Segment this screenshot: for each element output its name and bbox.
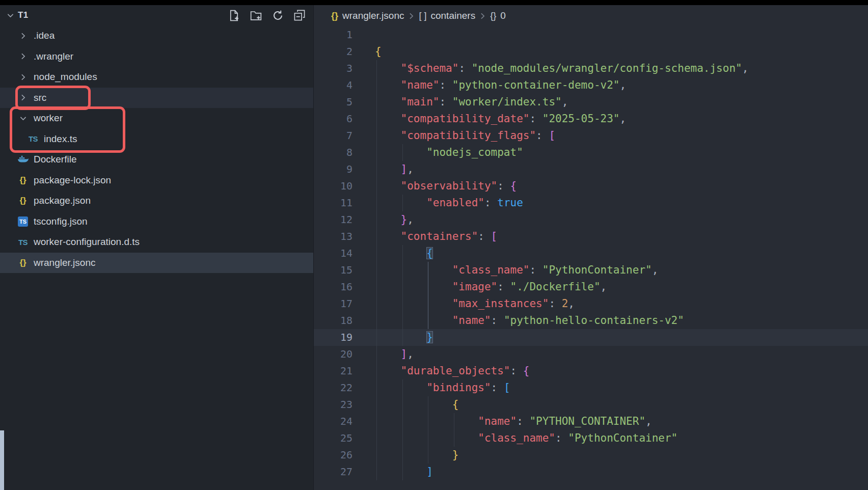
code-line-5[interactable]: 5 "main": "worker/index.ts", [314,94,868,111]
code-line-10[interactable]: 10 "observability": { [314,178,868,195]
tree-item-package.json[interactable]: {}package.json [0,190,313,211]
indent-guide [402,245,403,262]
line-number[interactable]: 11 [314,195,375,211]
line-number[interactable]: 3 [314,60,375,77]
line-number[interactable]: 14 [314,245,375,262]
tree-item-label: package.json [34,195,91,206]
tree-item-package-lock.json[interactable]: {}package-lock.json [0,170,313,191]
line-number[interactable]: 7 [314,127,375,144]
tree-item-tsconfig.json[interactable]: TStsconfig.json [0,211,313,232]
code-token: [ [491,230,498,242]
line-number[interactable]: 5 [314,94,375,111]
tree-item-index.ts[interactable]: TSindex.ts [0,129,313,150]
breadcrumb-item-containers[interactable]: [ ]containers [419,10,475,21]
code-line-8[interactable]: 8 "nodejs_compat" [314,144,868,161]
code-area[interactable]: 12{3 "$schema": "node_modules/wrangler/c… [314,26,868,490]
code-token: : [458,62,471,74]
code-line-11[interactable]: 11 "enabled": true [314,195,868,211]
code-token: [ [549,129,555,142]
code-line-21[interactable]: 21 "durable_objects": { [314,363,868,379]
code-line-27[interactable]: 27 ] [314,464,868,480]
line-number[interactable]: 2 [314,43,375,60]
tree-item-label: tsconfig.json [34,216,88,227]
code-line-24[interactable]: 24 "name": "PYTHON_CONTAINER", [314,413,868,430]
code-line-16[interactable]: 16 "image": "./Dockerfile", [314,279,868,295]
code-line-14[interactable]: 14 { [314,245,868,262]
explorer-header[interactable]: T1 [0,5,313,25]
line-number[interactable]: 15 [314,262,375,279]
code-line-17[interactable]: 17 "max_instances": 2, [314,295,868,312]
code-token: "name" [478,415,517,427]
tree-item-label: Dockerfile [34,154,76,165]
line-number[interactable]: 24 [314,413,375,430]
line-number[interactable]: 17 [314,295,375,312]
new-folder-button[interactable] [249,9,262,22]
code-line-25[interactable]: 25 "class_name": "PythonContainer" [314,430,868,447]
tree-item-src[interactable]: src [0,88,313,108]
tree-item-node_modules[interactable]: node_modules [0,67,313,88]
code-line-9[interactable]: 9 ], [314,161,868,178]
code-line-13[interactable]: 13 "containers": [ [314,228,868,245]
line-number[interactable]: 13 [314,228,375,245]
chevron-down-icon [6,11,15,20]
tree-item-Dockerfile[interactable]: Dockerfile [0,149,313,170]
tree-item-wrangler.jsonc[interactable]: {}wrangler.jsonc [0,253,313,274]
line-number[interactable]: 26 [314,447,375,464]
collapse-all-button[interactable] [293,9,306,22]
chevron-right-icon [15,32,31,40]
indent-guide [454,430,454,447]
breadcrumb-item-wrangler.jsonc[interactable]: {}wrangler.jsonc [331,10,404,21]
code-line-18[interactable]: 18 "name": "python-hello-containers-v2" [314,312,868,329]
line-number[interactable]: 10 [314,178,375,195]
code-line-22[interactable]: 22 "bindings": [ [314,379,868,396]
code-line-15[interactable]: 15 "class_name": "PythonContainer", [314,262,868,279]
code-token [375,398,452,411]
indent-guide [428,413,428,430]
line-number[interactable]: 21 [314,363,375,379]
line-number[interactable]: 23 [314,396,375,413]
line-number[interactable]: 9 [314,161,375,178]
line-number[interactable]: 6 [314,111,375,127]
new-file-button[interactable] [227,9,240,22]
line-number[interactable]: 18 [314,312,375,329]
line-number[interactable]: 27 [314,464,375,480]
tree-item-label: wrangler.jsonc [34,257,95,268]
code-token: "main" [401,96,440,108]
line-number[interactable]: 16 [314,279,375,295]
line-number[interactable]: 8 [314,144,375,161]
indent-guide [376,228,377,245]
line-number[interactable]: 1 [314,26,375,43]
line-number[interactable]: 19 [314,329,375,346]
code-line-12[interactable]: 12 }, [314,211,868,228]
line-number[interactable]: 12 [314,211,375,228]
indent-guide [376,329,377,346]
code-line-23[interactable]: 23 { [314,396,868,413]
code-line-6[interactable]: 6 "compatibility_date": "2025-05-23", [314,111,868,127]
code-line-content: "compatibility_date": "2025-05-23", [375,111,868,127]
tree-item-.idea[interactable]: .idea [0,25,313,46]
tree-item-worker[interactable]: worker [0,108,313,129]
tree-item-worker-configuration.d.ts[interactable]: TSworker-configuration.d.ts [0,232,313,253]
line-number[interactable]: 25 [314,430,375,447]
code-line-19[interactable]: 19 } [314,329,868,346]
code-token: ] [401,163,408,175]
tree-item-.wrangler[interactable]: .wrangler [0,46,313,67]
line-number[interactable]: 22 [314,379,375,396]
tree-item-label: worker [34,113,63,124]
line-number[interactable]: 4 [314,77,375,94]
code-line-3[interactable]: 3 "$schema": "node_modules/wrangler/conf… [314,60,868,77]
code-line-2[interactable]: 2{ [314,43,868,60]
indent-guide [402,279,403,295]
code-token: : [529,264,542,276]
code-line-26[interactable]: 26 } [314,447,868,464]
code-token [375,365,401,377]
code-token [375,466,426,478]
code-line-4[interactable]: 4 "name": "python-container-demo-v2", [314,77,868,94]
refresh-button[interactable] [271,9,284,22]
code-token: "class_name" [452,264,530,276]
line-number[interactable]: 20 [314,346,375,363]
code-line-7[interactable]: 7 "compatibility_flags": [ [314,127,868,144]
breadcrumb-item-0[interactable]: {}0 [490,10,506,21]
code-line-1[interactable]: 1 [314,26,868,43]
code-line-20[interactable]: 20 ], [314,346,868,363]
